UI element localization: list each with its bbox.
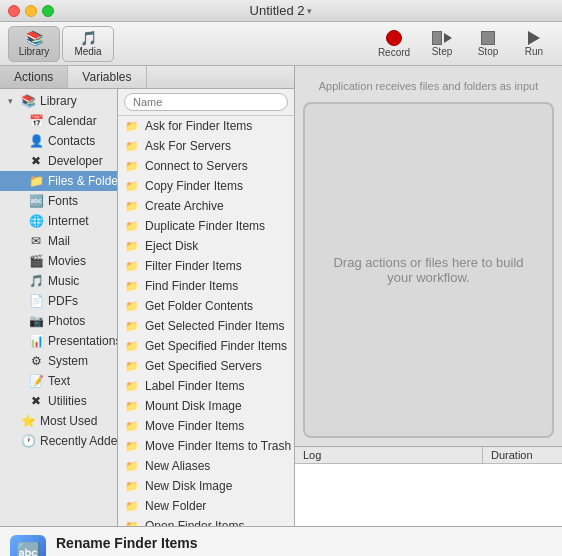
library-icon: 📚 [26,30,43,46]
photos-icon: 📷 [28,313,44,329]
fonts-icon: 🔤 [28,193,44,209]
get-folder-contents-icon: 📁 [124,298,140,314]
description-panel: 🔤 Rename Finder Items This action change… [0,526,562,556]
desc-content: Rename Finder Items This action changes … [56,535,552,556]
sidebar-item-pdfs[interactable]: 📄PDFs [0,291,117,311]
workflow-drop-text: Drag actions or files here to build your… [305,239,552,301]
record-icon [386,30,402,46]
log-label: Log [295,447,482,463]
action-item-get-specified-servers[interactable]: 📁Get Specified Servers [118,356,294,376]
action-item-eject-disk[interactable]: 📁Eject Disk [118,236,294,256]
sidebar-label-fonts: Fonts [48,194,78,208]
stop-button[interactable]: Stop [468,26,508,62]
files-folders-icon: 📁 [28,173,44,189]
action-item-mount-disk-image[interactable]: 📁Mount Disk Image [118,396,294,416]
find-finder-items-icon: 📁 [124,278,140,294]
action-label-get-selected-finder-items: Get Selected Finder Items [145,319,284,333]
sidebar-item-system[interactable]: ⚙System [0,351,117,371]
action-label-ask-finder-items: Ask for Finder Items [145,119,252,133]
record-button[interactable]: Record [372,26,416,62]
music-icon: 🎵 [28,273,44,289]
workflow-drop-zone[interactable]: Drag actions or files here to build your… [303,102,554,438]
sidebar-item-mail[interactable]: ✉Mail [0,231,117,251]
action-label-ask-servers: Ask For Servers [145,139,231,153]
action-label-mount-disk-image: Mount Disk Image [145,399,242,413]
action-item-label-finder-items[interactable]: 📁Label Finder Items [118,376,294,396]
media-button[interactable]: 🎵 Media [62,26,114,62]
sidebar-item-developer[interactable]: ✖Developer [0,151,117,171]
workflow-hint: Application receives files and folders a… [303,74,554,98]
sidebar-label-pdfs: PDFs [48,294,78,308]
action-item-get-specified-finder-items[interactable]: 📁Get Specified Finder Items [118,336,294,356]
sidebar-item-recently-added[interactable]: 🕐Recently Added [0,431,117,451]
new-folder-icon: 📁 [124,498,140,514]
stop-label: Stop [478,46,499,57]
log-area: Log Duration [295,446,562,526]
mail-icon: ✉ [28,233,44,249]
action-item-move-finder-items-trash[interactable]: 📁Move Finder Items to Trash [118,436,294,456]
action-item-copy-finder-items[interactable]: 📁Copy Finder Items [118,176,294,196]
action-item-move-finder-items[interactable]: 📁Move Finder Items [118,416,294,436]
action-item-ask-servers[interactable]: 📁Ask For Servers [118,136,294,156]
sidebar-item-text[interactable]: 📝Text [0,371,117,391]
title-dropdown-icon[interactable]: ▾ [307,6,312,16]
maximize-button[interactable] [42,5,54,17]
action-item-duplicate-finder-items[interactable]: 📁Duplicate Finder Items [118,216,294,236]
sidebar-label-movies: Movies [48,254,86,268]
action-item-get-folder-contents[interactable]: 📁Get Folder Contents [118,296,294,316]
run-button[interactable]: Run [514,26,554,62]
sidebar-item-presentations[interactable]: 📊Presentations [0,331,117,351]
window-title: Untitled 2 ▾ [250,3,313,18]
step-label: Step [432,46,453,57]
action-label-eject-disk: Eject Disk [145,239,198,253]
action-label-connect-servers: Connect to Servers [145,159,248,173]
minimize-button[interactable] [25,5,37,17]
get-specified-finder-items-icon: 📁 [124,338,140,354]
action-item-new-disk-image[interactable]: 📁New Disk Image [118,476,294,496]
action-item-filter-finder-items[interactable]: 📁Filter Finder Items [118,256,294,276]
sidebar-item-calendar[interactable]: 📅Calendar [0,111,117,131]
action-item-new-folder[interactable]: 📁New Folder [118,496,294,516]
action-item-ask-finder-items[interactable]: 📁Ask for Finder Items [118,116,294,136]
pdfs-icon: 📄 [28,293,44,309]
action-item-create-archive[interactable]: 📁Create Archive [118,196,294,216]
action-item-get-selected-finder-items[interactable]: 📁Get Selected Finder Items [118,316,294,336]
action-item-open-finder-items[interactable]: 📁Open Finder Items [118,516,294,526]
duplicate-finder-items-icon: 📁 [124,218,140,234]
presentations-icon: 📊 [28,333,44,349]
action-item-new-aliases[interactable]: 📁New Aliases [118,456,294,476]
sidebar-item-library[interactable]: 📚Library [0,91,117,111]
step-icon [432,31,452,45]
sidebar-item-internet[interactable]: 🌐Internet [0,211,117,231]
sidebar-label-presentations: Presentations [48,334,118,348]
sidebar-item-movies[interactable]: 🎬Movies [0,251,117,271]
action-label-find-finder-items: Find Finder Items [145,279,238,293]
sidebar-item-photos[interactable]: 📷Photos [0,311,117,331]
action-icon: 🔤 [10,535,46,556]
ask-finder-items-icon: 📁 [124,118,140,134]
tab-variables[interactable]: Variables [68,66,146,88]
action-label-label-finder-items: Label Finder Items [145,379,244,393]
sidebar-item-fonts[interactable]: 🔤Fonts [0,191,117,211]
create-archive-icon: 📁 [124,198,140,214]
utilities-icon: ✖ [28,393,44,409]
sidebar-label-utilities: Utilities [48,394,87,408]
search-input[interactable] [124,93,288,111]
actions-list: 📁Ask for Finder Items📁Ask For Servers📁Co… [118,89,294,526]
sidebar-label-internet: Internet [48,214,89,228]
sidebar-item-music[interactable]: 🎵Music [0,271,117,291]
action-item-find-finder-items[interactable]: 📁Find Finder Items [118,276,294,296]
action-item-connect-servers[interactable]: 📁Connect to Servers [118,156,294,176]
close-button[interactable] [8,5,20,17]
label-finder-items-icon: 📁 [124,378,140,394]
sidebar-item-contacts[interactable]: 👤Contacts [0,131,117,151]
sidebar-item-utilities[interactable]: ✖Utilities [0,391,117,411]
get-selected-finder-items-icon: 📁 [124,318,140,334]
tab-actions[interactable]: Actions [0,66,68,88]
record-label: Record [378,47,410,58]
sidebar-label-contacts: Contacts [48,134,95,148]
sidebar-item-most-used[interactable]: ⭐Most Used [0,411,117,431]
step-button[interactable]: Step [422,26,462,62]
sidebar-item-files-folders[interactable]: 📁Files & Folders [0,171,117,191]
library-button[interactable]: 📚 Library [8,26,60,62]
